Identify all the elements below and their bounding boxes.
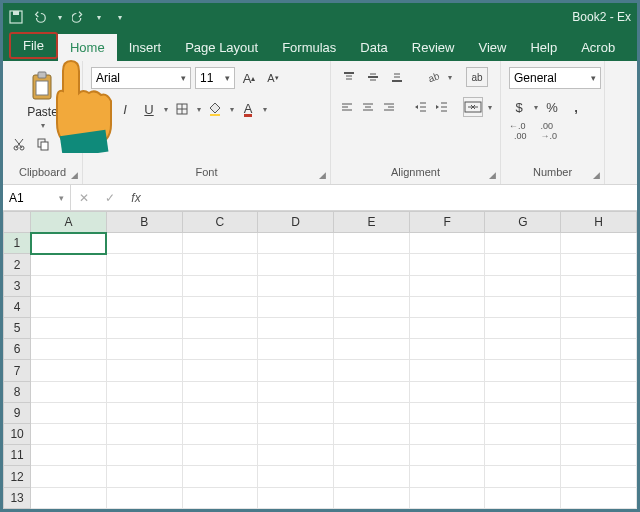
cell[interactable] [561, 318, 637, 339]
cell[interactable] [258, 296, 334, 317]
font-size-combo[interactable]: 11▾ [195, 67, 235, 89]
cell[interactable] [485, 466, 561, 487]
cell[interactable] [31, 445, 107, 466]
col-header-F[interactable]: F [409, 212, 485, 233]
cell[interactable] [106, 254, 182, 275]
fill-dropdown-icon[interactable]: ▾ [229, 105, 234, 114]
cell[interactable] [334, 445, 410, 466]
cell[interactable] [334, 318, 410, 339]
cell[interactable] [31, 318, 107, 339]
undo-icon[interactable] [33, 10, 47, 24]
currency-dropdown-icon[interactable]: ▾ [533, 103, 538, 112]
underline-dropdown-icon[interactable]: ▾ [163, 105, 168, 114]
cell[interactable] [485, 318, 561, 339]
cell[interactable] [106, 445, 182, 466]
cell[interactable] [561, 254, 637, 275]
cell[interactable] [409, 318, 485, 339]
name-box[interactable]: A1 ▾ [3, 185, 71, 210]
cell[interactable] [182, 424, 258, 445]
number-format-combo[interactable]: General▾ [509, 67, 601, 89]
cell[interactable] [409, 445, 485, 466]
font-name-combo[interactable]: Arial▾ [91, 67, 191, 89]
cell[interactable] [182, 466, 258, 487]
cell[interactable] [409, 360, 485, 381]
tab-file[interactable]: File [9, 32, 58, 59]
cell[interactable] [561, 296, 637, 317]
underline-button[interactable]: U [139, 99, 159, 119]
cell[interactable] [31, 466, 107, 487]
cell[interactable] [485, 296, 561, 317]
wrap-text-icon[interactable]: ab [466, 67, 488, 87]
cell[interactable] [334, 233, 410, 254]
row-header[interactable]: 2 [4, 254, 31, 275]
tab-page-layout[interactable]: Page Layout [173, 34, 270, 61]
row-header[interactable]: 12 [4, 466, 31, 487]
cell[interactable] [561, 424, 637, 445]
font-color-icon[interactable]: A [238, 99, 258, 119]
cell[interactable] [106, 318, 182, 339]
cell[interactable] [485, 487, 561, 508]
cell[interactable] [485, 233, 561, 254]
cell[interactable] [258, 487, 334, 508]
cell[interactable] [409, 381, 485, 402]
cell[interactable] [561, 381, 637, 402]
cell[interactable] [31, 424, 107, 445]
tab-formulas[interactable]: Formulas [270, 34, 348, 61]
cell[interactable] [561, 360, 637, 381]
accounting-format-icon[interactable]: $ [509, 97, 529, 117]
tab-review[interactable]: Review [400, 34, 467, 61]
align-top-icon[interactable] [339, 67, 359, 87]
align-middle-icon[interactable] [363, 67, 383, 87]
cell[interactable] [182, 339, 258, 360]
cell[interactable] [561, 339, 637, 360]
cell[interactable] [106, 487, 182, 508]
align-bottom-icon[interactable] [387, 67, 407, 87]
cell[interactable] [409, 296, 485, 317]
cell[interactable] [485, 402, 561, 423]
row-header[interactable]: 11 [4, 445, 31, 466]
cell[interactable] [106, 296, 182, 317]
cell[interactable] [106, 275, 182, 296]
cell[interactable] [31, 339, 107, 360]
number-launcher-icon[interactable]: ◢ [593, 170, 600, 180]
font-launcher-icon[interactable]: ◢ [319, 170, 326, 180]
cell[interactable] [258, 318, 334, 339]
row-header[interactable]: 13 [4, 487, 31, 508]
cell[interactable] [334, 424, 410, 445]
col-header-D[interactable]: D [258, 212, 334, 233]
cell[interactable] [106, 233, 182, 254]
cell[interactable] [561, 487, 637, 508]
cell[interactable] [182, 296, 258, 317]
cell[interactable] [31, 275, 107, 296]
cell-A1[interactable] [31, 233, 107, 254]
cell[interactable] [31, 381, 107, 402]
col-header-G[interactable]: G [485, 212, 561, 233]
merge-dropdown-icon[interactable]: ▾ [487, 103, 492, 112]
cell[interactable] [258, 466, 334, 487]
redo-dropdown-icon[interactable]: ▾ [96, 13, 101, 22]
cell[interactable] [409, 233, 485, 254]
cell[interactable] [409, 339, 485, 360]
cell[interactable] [334, 339, 410, 360]
tab-home[interactable]: Home [58, 34, 117, 61]
paste-button[interactable]: Paste ▾ [11, 67, 74, 130]
cell[interactable] [106, 402, 182, 423]
cell[interactable] [182, 487, 258, 508]
border-dropdown-icon[interactable]: ▾ [196, 105, 201, 114]
cell[interactable] [182, 360, 258, 381]
col-header-H[interactable]: H [561, 212, 637, 233]
cell[interactable] [485, 254, 561, 275]
tab-help[interactable]: Help [518, 34, 569, 61]
cell[interactable] [258, 275, 334, 296]
cell[interactable] [31, 360, 107, 381]
cell[interactable] [334, 466, 410, 487]
align-left-icon[interactable] [339, 97, 356, 117]
cell[interactable] [258, 445, 334, 466]
row-header[interactable]: 1 [4, 233, 31, 254]
worksheet-grid[interactable]: A B C D E F G H 1 2 3 4 5 6 7 8 9 10 11 … [3, 211, 637, 509]
cancel-formula-icon[interactable]: ✕ [71, 191, 97, 205]
cell[interactable] [31, 402, 107, 423]
copy-icon[interactable] [35, 134, 51, 154]
qat-customize-icon[interactable]: ▾ [117, 13, 122, 22]
cell[interactable] [258, 339, 334, 360]
